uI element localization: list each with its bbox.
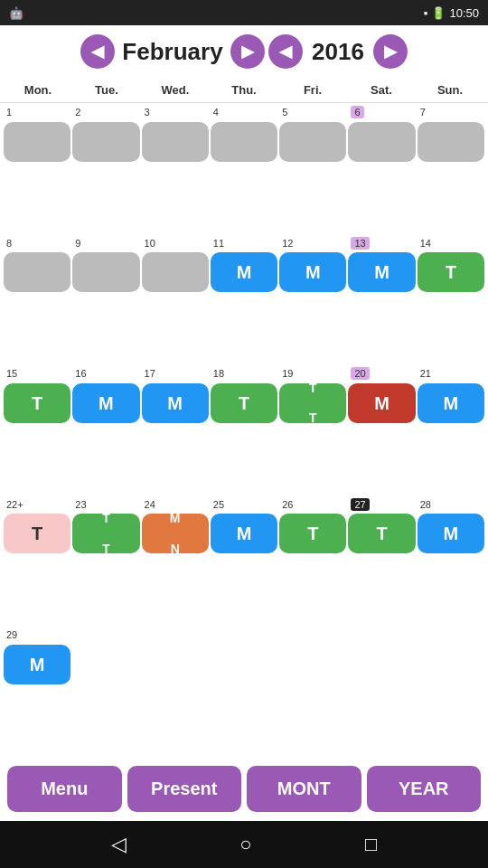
tile-9[interactable] (72, 252, 139, 292)
week-row-4: 22+T23TT24MN25M26T27T28M (4, 495, 484, 627)
day-sun: Sun. (416, 80, 484, 100)
tile-19[interactable]: TT (279, 383, 346, 423)
cal-cell[interactable]: 23TT (72, 497, 139, 554)
tile-29[interactable]: M (4, 645, 70, 684)
calendar-grid: 1234567891011M12M13M14T15T16M17M18T19TT2… (0, 103, 488, 757)
bottom-nav: Menu Present MONT YEAR (0, 757, 488, 821)
tile-24[interactable]: MN (142, 514, 209, 553)
mont-button[interactable]: MONT (247, 766, 361, 812)
tile-20[interactable]: M (348, 383, 415, 423)
tile-2[interactable] (72, 122, 139, 162)
tile-22+[interactable]: T (4, 514, 70, 553)
back-button[interactable]: ◁ (111, 833, 127, 856)
cal-cell[interactable]: 12M (279, 236, 346, 293)
tile-23[interactable]: TT (72, 514, 139, 553)
cal-cell[interactable]: 20M (348, 366, 415, 423)
week-row-5: 29M (4, 626, 484, 757)
menu-button[interactable]: Menu (7, 766, 122, 812)
tile-18[interactable]: T (211, 383, 277, 423)
tile-6[interactable] (348, 122, 415, 162)
recent-button[interactable]: □ (365, 833, 377, 856)
tile-4[interactable] (211, 122, 277, 162)
status-right: ▪ 🔋 10:50 (424, 6, 479, 20)
cal-cell[interactable]: 1 (4, 105, 70, 162)
week-row-2: 891011M12M13M14T (4, 234, 484, 365)
tile-17[interactable]: M (142, 383, 209, 423)
home-button[interactable]: ○ (239, 833, 251, 856)
week-row-1: 1234567 (4, 103, 484, 234)
tile-15[interactable]: T (4, 383, 70, 423)
cal-cell[interactable]: 3 (142, 105, 209, 162)
week-row-3: 15T16M17M18T19TT20M21M (4, 364, 484, 495)
tile-3[interactable] (142, 122, 209, 162)
tile-27[interactable]: T (348, 514, 415, 553)
day-mon: Mon. (4, 80, 72, 100)
day-fri: Fri. (278, 80, 347, 100)
month-label: February (118, 38, 227, 66)
cal-cell[interactable]: 14T (418, 236, 484, 293)
cal-cell[interactable]: 28M (418, 497, 484, 554)
prev-year-button[interactable]: ◀ (268, 34, 303, 69)
nav-header: ◀ February ▶ ◀ 2016 ▶ (0, 25, 488, 78)
cal-cell[interactable]: 24MN (142, 497, 209, 554)
cal-cell[interactable]: 9 (72, 236, 139, 293)
android-icon: 🤖 (9, 6, 23, 20)
tile-5[interactable] (279, 122, 346, 162)
cal-cell[interactable]: 2 (72, 105, 139, 162)
cal-cell[interactable]: 29M (4, 627, 70, 684)
present-button[interactable]: Present (127, 766, 242, 812)
tile-25[interactable]: M (211, 514, 277, 553)
year-label: 2016 (306, 38, 370, 66)
time-display: 10:50 (449, 6, 479, 20)
cal-cell[interactable]: 4 (211, 105, 277, 162)
cal-cell[interactable]: 22+T (4, 497, 70, 554)
prev-month-button[interactable]: ◀ (80, 34, 115, 69)
tile-12[interactable]: M (279, 252, 346, 292)
day-sat: Sat. (347, 80, 416, 100)
tile-10[interactable] (142, 252, 209, 292)
next-year-button[interactable]: ▶ (373, 34, 408, 69)
tile-14[interactable]: T (418, 252, 484, 292)
signal-icon: ▪ (424, 6, 428, 20)
status-bar: 🤖 ▪ 🔋 10:50 (0, 0, 488, 25)
cal-cell[interactable]: 18T (211, 366, 277, 423)
tile-7[interactable] (418, 122, 484, 162)
battery-icon: 🔋 (431, 6, 446, 20)
day-tue: Tue. (72, 80, 141, 100)
cal-cell[interactable]: 21M (418, 366, 484, 423)
year-button[interactable]: YEAR (367, 766, 482, 812)
cal-cell[interactable]: 11M (211, 236, 277, 293)
cal-cell[interactable]: 8 (4, 236, 70, 293)
day-headers: Mon. Tue. Wed. Thu. Fri. Sat. Sun. (0, 78, 488, 103)
cal-cell[interactable]: 19TT (279, 366, 346, 423)
cal-cell[interactable]: 6 (348, 105, 415, 162)
cal-cell[interactable]: 10 (142, 236, 209, 293)
day-wed: Wed. (141, 80, 210, 100)
tile-16[interactable]: M (72, 383, 139, 423)
cal-cell[interactable]: 15T (4, 366, 70, 423)
tile-26[interactable]: T (279, 514, 346, 553)
cal-cell[interactable]: 26T (279, 497, 346, 554)
tile-8[interactable] (4, 252, 70, 292)
cal-cell[interactable]: 25M (211, 497, 277, 554)
cal-cell[interactable]: 5 (279, 105, 346, 162)
next-month-button[interactable]: ▶ (230, 34, 265, 69)
cal-cell[interactable]: 27T (348, 497, 415, 554)
status-left: 🤖 (9, 6, 23, 20)
cal-cell[interactable]: 16M (72, 366, 139, 423)
cal-cell[interactable]: 13M (348, 236, 415, 293)
android-nav: ◁ ○ □ (0, 821, 488, 868)
tile-13[interactable]: M (348, 252, 415, 292)
cal-cell[interactable]: 17M (142, 366, 209, 423)
tile-28[interactable]: M (418, 514, 484, 553)
tile-21[interactable]: M (418, 383, 484, 423)
tile-11[interactable]: M (211, 252, 277, 292)
day-thu: Thu. (210, 80, 278, 100)
tile-1[interactable] (4, 122, 70, 162)
cal-cell[interactable]: 7 (418, 105, 484, 162)
